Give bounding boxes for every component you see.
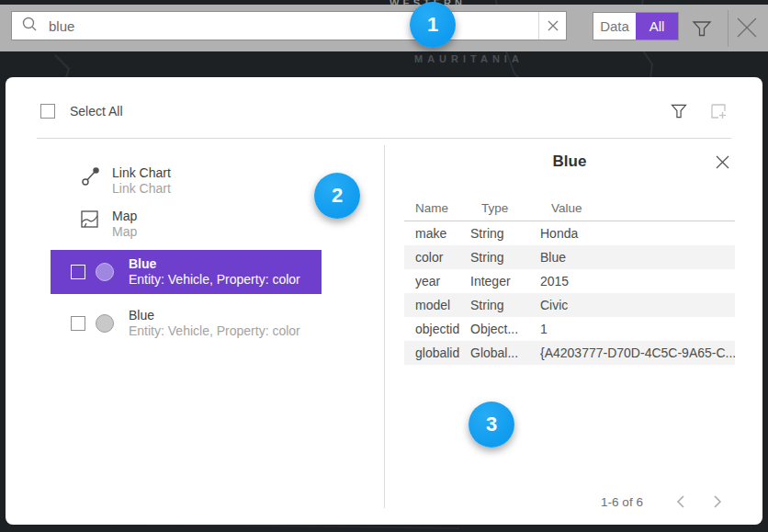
result-title: Blue [129, 256, 156, 271]
select-all-label: Select All [70, 104, 123, 119]
detail-title: Blue [404, 153, 735, 171]
search-icon [21, 16, 38, 36]
pagination-label: 1-6 of 6 [593, 495, 650, 509]
panel-filter-button[interactable] [670, 102, 688, 124]
cell-type: String [470, 250, 540, 265]
result-item-blue[interactable]: Blue Entity: Vehicle, Property: color [51, 301, 322, 345]
filter-funnel-icon [691, 17, 713, 40]
toolbar-divider [728, 10, 728, 47]
add-selection-button[interactable] [708, 101, 728, 125]
result-item-map[interactable]: Map Map [81, 207, 356, 243]
table-row: make String Honda [404, 221, 735, 245]
cell-name: objectid [404, 322, 470, 336]
chevron-right-icon [713, 495, 722, 508]
search-toolbar: Data All [0, 5, 768, 51]
cell-type: String [470, 226, 540, 241]
cell-type: Global... [470, 345, 540, 360]
close-x-icon [734, 15, 760, 40]
header-divider [37, 138, 731, 139]
table-row: model String Civic [404, 293, 735, 317]
annotation-circle-3: 3 [469, 402, 514, 447]
search-clear-button[interactable] [538, 12, 566, 40]
result-title: Map [112, 209, 137, 223]
table-row: year Integer 2015 [404, 269, 735, 293]
result-item-blue-selected[interactable]: Blue Entity: Vehicle, Property: color [51, 250, 322, 294]
cell-type: Object... [470, 322, 540, 336]
search-input[interactable] [38, 18, 538, 34]
column-header-type: Type [481, 201, 508, 215]
toolbar-close-button[interactable] [734, 15, 760, 44]
cell-type: String [470, 298, 540, 312]
cell-value: Honda [540, 226, 735, 241]
scope-data-button[interactable]: Data [593, 13, 636, 40]
annotation-circle-1: 1 [410, 2, 456, 48]
result-title: Blue [129, 308, 154, 323]
result-subtitle: Link Chart [112, 181, 171, 196]
cell-name: year [404, 274, 470, 289]
list-detail-divider [384, 145, 385, 508]
map-label-mauritania: MAURITANIA [414, 53, 524, 64]
map-icon [81, 210, 98, 232]
cell-name: globalid [404, 345, 470, 360]
result-subtitle: Map [112, 224, 137, 239]
cell-name: color [404, 250, 470, 265]
clear-x-icon [548, 20, 559, 31]
select-all-checkbox[interactable] [40, 104, 55, 119]
result-subtitle: Entity: Vehicle, Property: color [129, 323, 300, 338]
result-checkbox[interactable] [71, 316, 85, 331]
cell-value: 2015 [540, 274, 735, 289]
table-row: color String Blue [404, 245, 735, 269]
cell-type: Integer [470, 274, 540, 289]
entity-circle-icon [96, 314, 114, 333]
add-selection-icon [708, 101, 728, 121]
chevron-left-icon [676, 495, 685, 508]
pagination-prev-button[interactable] [672, 492, 690, 511]
cell-value: 1 [540, 322, 735, 336]
link-chart-icon [81, 166, 101, 190]
close-x-icon [715, 154, 730, 170]
search-box[interactable] [11, 11, 567, 40]
cell-value: Civic [540, 298, 735, 312]
detail-close-button[interactable] [715, 154, 730, 174]
result-subtitle: Entity: Vehicle, Property: color [129, 272, 300, 287]
table-row: globalid Global... {A4203777-D70D-4C5C-9… [404, 341, 735, 365]
cell-name: model [404, 298, 470, 312]
cell-value: {A4203777-D70D-4C5C-9A65-C... [540, 345, 735, 360]
toolbar-filter-button[interactable] [691, 17, 713, 43]
entity-circle-icon [96, 263, 114, 281]
scope-toggle: Data All [593, 12, 679, 40]
scope-all-button[interactable]: All [636, 13, 678, 40]
table-row: objectid Object... 1 [404, 317, 735, 341]
column-header-value: Value [551, 201, 582, 215]
filter-funnel-icon [670, 102, 688, 120]
result-checkbox[interactable] [71, 265, 85, 279]
search-results-panel: Select All Link Chart Link Chart [6, 77, 762, 525]
attributes-table: make String Honda color String Blue year… [404, 221, 735, 365]
pagination-next-button[interactable] [708, 492, 727, 511]
cell-name: make [404, 226, 470, 241]
result-title: Link Chart [112, 165, 171, 180]
annotation-circle-2: 2 [314, 173, 360, 219]
cell-value: Blue [540, 250, 735, 265]
column-header-name: Name [415, 201, 448, 215]
